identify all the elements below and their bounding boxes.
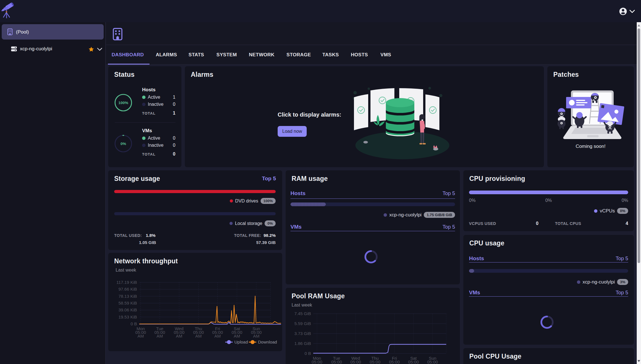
svg-text:Upload: Upload <box>234 340 248 344</box>
svg-text:AM: AM <box>176 334 183 338</box>
svg-text:100%: 100% <box>118 101 128 105</box>
svg-text:3.73 GiB: 3.73 GiB <box>294 331 311 336</box>
svg-text:19.53 KiB: 19.53 KiB <box>118 315 137 319</box>
svg-text:97.66 KiB: 97.66 KiB <box>118 287 137 291</box>
svg-text:AM: AM <box>234 334 240 338</box>
svg-text:AM: AM <box>138 334 144 338</box>
svg-text:117.19 KiB: 117.19 KiB <box>116 280 137 285</box>
svg-text:AM: AM <box>253 334 260 338</box>
svg-text:AM: AM <box>195 334 202 338</box>
svg-text:78.13 KiB: 78.13 KiB <box>118 294 137 299</box>
svg-text:0%: 0% <box>120 142 126 146</box>
svg-text:39.06 KiB: 39.06 KiB <box>118 307 137 312</box>
svg-text:AM: AM <box>214 334 221 338</box>
svg-text:5.59 GiB: 5.59 GiB <box>294 321 311 326</box>
svg-text:AM: AM <box>157 334 163 338</box>
svg-text:Download: Download <box>258 340 277 344</box>
svg-text:0 B: 0 B <box>130 321 137 326</box>
svg-text:58.59 KiB: 58.59 KiB <box>118 301 137 305</box>
svg-text:0 B: 0 B <box>304 351 311 356</box>
svg-text:1.86 GiB: 1.86 GiB <box>294 341 311 346</box>
svg-text:7.45 GiB: 7.45 GiB <box>294 311 311 316</box>
